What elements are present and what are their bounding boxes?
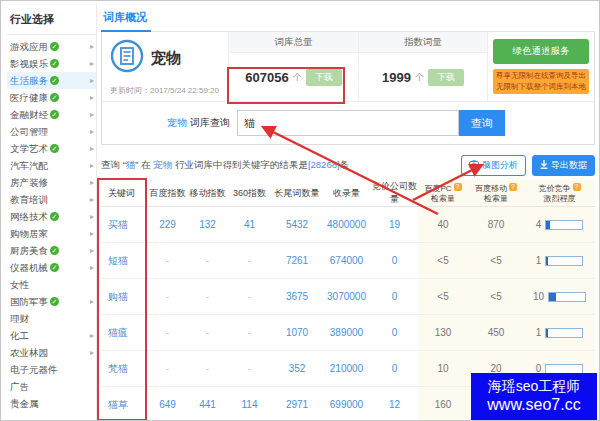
check-icon: ✓ xyxy=(50,246,59,255)
table-cell: 352 xyxy=(272,351,322,387)
keyword-link[interactable]: 短猫 xyxy=(101,243,147,279)
help-icon[interactable]: ? xyxy=(509,183,517,191)
keyword-link[interactable]: 猫草 xyxy=(101,387,147,421)
sidebar-item-化工[interactable]: 化工▸ xyxy=(7,327,96,344)
sidebar-title: 行业选择 xyxy=(7,3,96,35)
table-cell: 649 xyxy=(147,387,188,421)
table-cell: 699000 xyxy=(322,387,371,421)
sidebar-item-金融财经[interactable]: 金融财经✓▸ xyxy=(7,106,96,123)
sidebar-item-label: 生活服务 xyxy=(10,75,48,86)
sidebar-item-购物居家[interactable]: 购物居家▸ xyxy=(7,225,96,242)
chevron-right-icon: ▸ xyxy=(90,208,94,225)
sidebar-item-网络技术[interactable]: 网络技术✓▸ xyxy=(7,208,96,225)
watermark: 海瑶seo工程师 www.seo7.cc xyxy=(471,373,597,420)
keyword-link[interactable]: 购猫 xyxy=(101,279,147,315)
stat-value-index: 1999 xyxy=(382,70,411,85)
search-row: 宠物 词库查询 查询 xyxy=(102,101,594,144)
green-channel-button[interactable]: 绿色通道服务 xyxy=(493,39,589,64)
chevron-right-icon: ▸ xyxy=(90,225,94,242)
table-cell: 450 xyxy=(468,315,524,351)
chevron-right-icon: ▸ xyxy=(90,174,94,191)
sidebar-item-女性[interactable]: 女性 xyxy=(7,276,96,293)
sidebar-item-label: 购物居家 xyxy=(10,228,48,239)
column-header: 百度指数 xyxy=(147,180,188,207)
table-cell: 130 xyxy=(418,315,468,351)
result-industry: 宠物 xyxy=(153,159,172,170)
check-icon: ✓ xyxy=(50,59,59,68)
competition-bar xyxy=(548,292,586,302)
sidebar-item-label: 影视娱乐 xyxy=(10,58,48,69)
chevron-right-icon: ▸ xyxy=(90,140,94,157)
search-button[interactable]: 查询 xyxy=(459,110,505,136)
chevron-right-icon: ▸ xyxy=(90,327,94,344)
sidebar-item-游戏应用[interactable]: 游戏应用✓▸ xyxy=(7,38,96,55)
sidebar-item-影视娱乐[interactable]: 影视娱乐✓▸ xyxy=(7,55,96,72)
competition-value: 4 xyxy=(536,219,542,230)
table-cell: 3675 xyxy=(272,279,322,315)
help-icon[interactable]: ? xyxy=(573,183,581,191)
sidebar-item-厨房美食[interactable]: 厨房美食✓▸ xyxy=(7,242,96,259)
column-header: 百度移动?检索量 xyxy=(468,180,524,207)
sidebar-item-label: 汽车汽配 xyxy=(10,160,48,171)
stat-unit: 个 xyxy=(415,71,424,84)
overview-info: 宠物 更新时间：2017/5/24 22:59:20 xyxy=(102,32,229,101)
table-cell: 2971 xyxy=(272,387,322,421)
table-cell: 160 xyxy=(418,387,468,421)
sidebar-item-农业林园[interactable]: 农业林园▸ xyxy=(7,344,96,361)
keyword-link[interactable]: 买猫 xyxy=(101,207,147,243)
industry-sidebar: 行业选择 游戏应用✓▸影视娱乐✓▸生活服务✓▸医疗健康✓▸金融财经✓▸公司管理▸… xyxy=(7,3,97,420)
column-header: 移动指数 xyxy=(188,180,227,207)
table-cell: 114 xyxy=(227,387,272,421)
table-cell: - xyxy=(188,351,227,387)
sidebar-item-label: 文学艺术 xyxy=(10,143,48,154)
promo-panel: 绿色通道服务 尊享无限制在线查询及导出 无限制下载整个词库到本地 xyxy=(487,32,594,101)
search-input[interactable] xyxy=(237,110,459,136)
sidebar-item-贵金属[interactable]: 贵金属 xyxy=(7,395,96,412)
sidebar-item-仪器机械[interactable]: 仪器机械✓▸ xyxy=(7,259,96,276)
sidebar-item-生活服务[interactable]: 生活服务✓▸ xyxy=(7,72,96,89)
table-cell: - xyxy=(227,243,272,279)
competition-cell: 1 xyxy=(524,243,595,279)
tab-bar: 词库概况 xyxy=(101,5,595,32)
sidebar-item-房产装修[interactable]: 房产装修▸ xyxy=(7,174,96,191)
competition-value: 1 xyxy=(536,255,542,266)
sidebar-item-理财[interactable]: 理财 xyxy=(7,310,96,327)
help-icon[interactable]: ? xyxy=(454,183,462,191)
export-data-button[interactable]: 导出数据 xyxy=(532,155,595,176)
sidebar-item-医疗健康[interactable]: 医疗健康✓▸ xyxy=(7,89,96,106)
table-cell: - xyxy=(147,279,188,315)
sidebar-item-label: 国防军事 xyxy=(10,296,48,307)
keyword-link[interactable]: 梵猫 xyxy=(101,351,147,387)
sidebar-item-广告[interactable]: 广告 xyxy=(7,378,96,395)
download-index-button[interactable]: 下载 xyxy=(428,69,464,86)
sidebar-item-电子元器件[interactable]: 电子元器件 xyxy=(7,361,96,378)
table-cell: <5 xyxy=(468,279,524,315)
table-cell: - xyxy=(227,315,272,351)
check-icon: ✓ xyxy=(50,144,59,153)
sidebar-item-国防军事[interactable]: 国防军事✓▸ xyxy=(7,293,96,310)
sidebar-item-文学艺术[interactable]: 文学艺术✓▸ xyxy=(7,140,96,157)
overview-stats: 词库总量 607056 个 下载 指数词量 1999 个 下载 xyxy=(229,32,487,101)
table-cell: 40 xyxy=(418,207,468,243)
sidebar-item-公司管理[interactable]: 公司管理▸ xyxy=(7,123,96,140)
download-total-button[interactable]: 下载 xyxy=(306,69,342,86)
chevron-right-icon: ▸ xyxy=(90,89,94,106)
check-icon: ✓ xyxy=(50,93,59,102)
table-cell: - xyxy=(147,315,188,351)
mindmap-analysis-button[interactable]: 脑图分析 xyxy=(461,155,526,176)
search-label-text: 词库查询 xyxy=(187,117,230,128)
tab-wordlib-overview[interactable]: 词库概况 xyxy=(101,5,151,32)
stat-value-total: 607056 xyxy=(245,70,288,85)
keyword-link[interactable]: 猫瘟 xyxy=(101,315,147,351)
chevron-right-icon: ▸ xyxy=(90,157,94,174)
keyword-tool-screen: 行业选择 游戏应用✓▸影视娱乐✓▸生活服务✓▸医疗健康✓▸金融财经✓▸公司管理▸… xyxy=(0,0,600,421)
column-header: 竞价竞争?激烈程度 xyxy=(524,180,595,207)
sidebar-item-汽车汽配[interactable]: 汽车汽配▸ xyxy=(7,157,96,174)
sidebar-item-教育培训[interactable]: 教育培训▸ xyxy=(7,191,96,208)
table-cell: 3070000 xyxy=(322,279,371,315)
sidebar-items: 游戏应用✓▸影视娱乐✓▸生活服务✓▸医疗健康✓▸金融财经✓▸公司管理▸文学艺术✓… xyxy=(7,38,96,412)
export-button-label: 导出数据 xyxy=(551,159,587,172)
table-cell: 210000 xyxy=(322,351,371,387)
table-cell: 10 xyxy=(418,351,468,387)
table-cell: - xyxy=(147,351,188,387)
